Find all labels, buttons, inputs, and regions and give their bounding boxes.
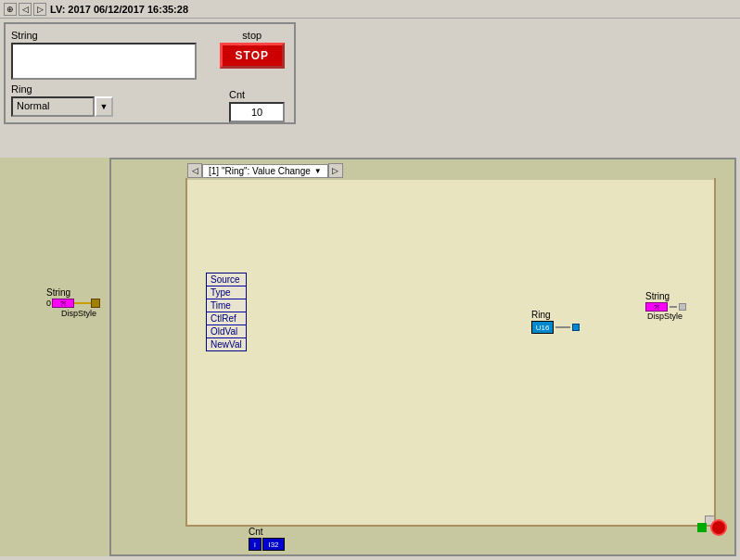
forward-icon[interactable]: ▷ <box>33 3 46 16</box>
event-header: ◁ [1] "Ring": Value Change ▼ ▷ <box>187 161 714 180</box>
wire-horizontal <box>74 302 91 304</box>
event-dropdown-arrow[interactable]: ▼ <box>314 167 322 175</box>
num0-label: 0 <box>46 299 51 308</box>
connector-oldval: OldVal <box>207 325 246 338</box>
ring-arrow-button[interactable]: ▼ <box>95 96 113 117</box>
string-node-outer: String 0 ?! DispStyle <box>46 287 100 318</box>
ring-select[interactable]: Normal <box>11 96 95 117</box>
event-prev-button[interactable]: ◁ <box>187 163 202 178</box>
window-title: LV: 2017 06/12/2017 16:35:28 <box>50 4 188 15</box>
left-bar: String 0 ?! DispStyle <box>0 158 109 556</box>
ring-wire <box>555 326 570 328</box>
string-input[interactable] <box>11 43 197 80</box>
string-right-disp-label: DispStyle <box>647 312 686 321</box>
u16-terminal: U16 <box>531 321 554 334</box>
string-outer-terminal: 0 ?! <box>46 299 100 308</box>
stop-section: stop STOP <box>220 30 285 69</box>
cnt-terminal-row: i I32 <box>249 538 285 551</box>
ring-terminal-row: U16 <box>531 321 580 334</box>
string-display-terminal: ?! <box>52 299 74 308</box>
string-right-label: String <box>645 291 686 301</box>
cnt-label: Cnt <box>229 89 285 100</box>
stop-label: stop <box>220 30 285 41</box>
i-terminal: i <box>249 538 262 551</box>
event-connector-block: Source Type Time CtlRef OldVal NewVal <box>206 273 247 351</box>
string-right-wire <box>670 306 677 308</box>
green-square-indicator <box>697 523 707 532</box>
title-bar-icons: ⊕ ◁ ▷ <box>4 3 46 16</box>
red-circle-indicator[interactable] <box>710 519 727 536</box>
connector-ctlref: CtlRef <box>207 312 246 325</box>
i32-terminal: I32 <box>262 538 285 551</box>
string-right-dot <box>679 303 686 311</box>
connector-type: Type <box>207 286 246 299</box>
app-icon[interactable]: ⊕ <box>4 3 17 16</box>
string-right-terminal-row: ?! <box>645 302 686 312</box>
connector-newval: NewVal <box>207 338 246 350</box>
ring-node-inner: Ring U16 <box>531 310 580 334</box>
connector-items: Source Type Time CtlRef OldVal NewVal <box>206 273 247 351</box>
connector-time: Time <box>207 299 246 312</box>
ring-inner-label: Ring <box>531 310 580 320</box>
ring-dot <box>572 324 580 331</box>
back-icon[interactable]: ◁ <box>19 3 32 16</box>
string-outer-label: String <box>46 287 70 298</box>
disp-style-label: DispStyle <box>61 309 96 318</box>
connector-source: Source <box>207 274 246 286</box>
cnt-outer-label: Cnt <box>249 527 285 537</box>
stop-button[interactable]: STOP <box>220 43 285 69</box>
cnt-value: 10 <box>229 102 285 122</box>
string-right-display: ?! <box>645 302 668 312</box>
cnt-section: Cnt 10 <box>229 89 285 122</box>
diagram-frame: ◁ [1] "Ring": Value Change ▼ ▷ Source Ty… <box>185 178 716 527</box>
block-diagram: ◁ [1] "Ring": Value Change ▼ ▷ Source Ty… <box>109 158 736 556</box>
title-bar: ⊕ ◁ ▷ LV: 2017 06/12/2017 16:35:28 <box>0 0 740 19</box>
wire-node <box>91 299 100 308</box>
string-node-right: String ?! DispStyle <box>645 291 686 321</box>
front-panel: String Ring Normal ▼ stop STOP Cnt 10 <box>4 22 296 124</box>
event-label: [1] "Ring": Value Change ▼ <box>202 164 328 178</box>
event-next-button[interactable]: ▷ <box>328 163 343 178</box>
cnt-node-outer: Cnt i I32 <box>249 527 285 551</box>
